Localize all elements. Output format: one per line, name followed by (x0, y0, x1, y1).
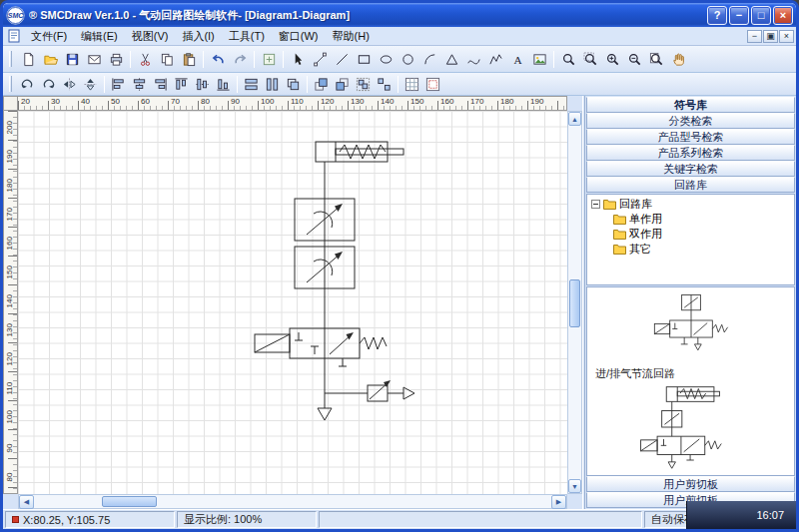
save-button[interactable] (61, 48, 83, 70)
sidebar-button-分类检索[interactable]: 分类检索 (586, 113, 795, 129)
mdi-close-button[interactable]: × (779, 30, 794, 43)
arc-button[interactable] (418, 48, 440, 70)
ruler-number: 130 (351, 97, 364, 106)
rect-button[interactable] (353, 48, 375, 70)
toolbar-grip[interactable] (9, 51, 12, 67)
mdi-restore-button[interactable]: ▣ (763, 30, 778, 43)
sidebar-button-回路库[interactable]: 回路库 (586, 177, 795, 193)
polyline-icon (488, 52, 503, 67)
scroll-up-arrow[interactable]: ▲ (568, 112, 581, 126)
menu-item-视图(V)[interactable]: 视图(V) (125, 27, 176, 46)
align-middle-button[interactable] (192, 74, 213, 94)
copy-button[interactable] (156, 48, 178, 70)
horizontal-scrollbar[interactable]: ◀ ▶ (18, 494, 567, 509)
return-spring (360, 337, 387, 349)
symbol-library-header[interactable]: 符号库 (586, 97, 795, 113)
new-button[interactable] (17, 48, 39, 70)
flip-h-button[interactable] (59, 74, 80, 94)
ungroup-button[interactable] (374, 74, 395, 94)
align-center-button[interactable] (129, 74, 150, 94)
zoom-button[interactable] (557, 48, 579, 70)
menu-item-文件(F)[interactable]: 文件(F) (24, 27, 74, 46)
zoom-in-button[interactable] (601, 48, 623, 70)
rotate-left-button[interactable] (17, 74, 38, 94)
cut-button[interactable] (134, 48, 156, 70)
scroll-down-arrow[interactable]: ▼ (568, 479, 581, 493)
mdi-minimize-button[interactable]: − (747, 30, 762, 43)
circuit-preview-2[interactable] (636, 383, 746, 475)
tree-item-双作用[interactable]: 双作用 (589, 227, 792, 242)
image-button[interactable] (528, 48, 550, 70)
pan-button[interactable] (667, 48, 689, 70)
node-button[interactable] (309, 48, 331, 70)
zoom-out-button[interactable] (623, 48, 645, 70)
circuit-diagram[interactable] (18, 111, 567, 494)
sidebar-button-关键字检索[interactable]: 关键字检索 (586, 161, 795, 177)
minimize-button[interactable]: − (729, 6, 749, 25)
grid-button[interactable] (401, 74, 422, 94)
tree-item-root[interactable]: 回路库 (589, 197, 792, 212)
horizontal-scroll-thumb[interactable] (102, 496, 157, 507)
paste-button[interactable] (178, 48, 200, 70)
drawing-canvas[interactable] (18, 111, 567, 494)
status-coordinates: X:80.25, Y:105.75 (5, 511, 175, 528)
circle-icon (400, 52, 415, 67)
zoom-page-button[interactable] (645, 48, 667, 70)
rotate-right-button[interactable] (38, 74, 59, 94)
circle-button[interactable] (397, 48, 418, 70)
group-button[interactable] (353, 74, 374, 94)
tree-collapse-icon[interactable] (591, 200, 600, 209)
image-icon (532, 52, 547, 67)
triangle-button[interactable] (440, 48, 462, 70)
mail-button[interactable] (83, 48, 105, 70)
fit-page-button[interactable] (422, 74, 443, 94)
menu-item-编辑(E)[interactable]: 编辑(E) (74, 27, 125, 46)
menu-item-窗口(W)[interactable]: 窗口(W) (272, 27, 326, 46)
circuit-preview-1[interactable] (636, 291, 746, 364)
ruler-number: 70 (171, 97, 180, 106)
scroll-right-arrow[interactable]: ▶ (551, 495, 566, 509)
ruler-number: 150 (410, 97, 423, 106)
align-bottom-button[interactable] (213, 74, 234, 94)
flip-v-button[interactable] (80, 74, 101, 94)
align-right-button[interactable] (150, 74, 171, 94)
object-button[interactable] (258, 48, 280, 70)
scroll-left-arrow[interactable]: ◀ (19, 495, 34, 509)
user-clipboard-button-0[interactable]: 用户剪切板 (586, 476, 795, 492)
close-button[interactable]: × (773, 6, 793, 25)
horizontal-ruler: 2030405060708090100110120130140150160170… (18, 96, 567, 111)
sidebar-button-产品型号检索[interactable]: 产品型号检索 (586, 129, 795, 145)
menu-item-帮助(H)[interactable]: 帮助(H) (326, 27, 377, 46)
ruler-corner (3, 96, 18, 111)
align-left-button[interactable] (108, 74, 129, 94)
maximize-button[interactable]: □ (751, 6, 771, 25)
open-button[interactable] (39, 48, 61, 70)
vertical-scroll-thumb[interactable] (569, 279, 580, 327)
vertical-scrollbar[interactable]: ▲ ▼ (567, 111, 582, 494)
tree-item-其它[interactable]: 其它 (589, 242, 792, 257)
bring-front-button[interactable] (311, 74, 332, 94)
undo-button[interactable] (207, 48, 229, 70)
circuit-library-tree: 回路库 单作用双作用其它 (586, 194, 795, 285)
sidebar-button-产品系列检索[interactable]: 产品系列检索 (586, 145, 795, 161)
ellipse-icon (379, 52, 394, 67)
line-button[interactable] (331, 48, 353, 70)
ellipse-button[interactable] (375, 48, 397, 70)
text-button[interactable]: A (506, 48, 528, 70)
send-back-button[interactable] (332, 74, 353, 94)
polyline-button[interactable] (484, 48, 506, 70)
toolbar-grip[interactable] (9, 76, 12, 92)
same-height-button[interactable] (262, 74, 283, 94)
print-button[interactable] (105, 48, 127, 70)
align-top-button[interactable] (171, 74, 192, 94)
same-width-button[interactable] (241, 74, 262, 94)
curve-button[interactable] (462, 48, 484, 70)
same-size-button[interactable] (283, 74, 304, 94)
select-button[interactable] (287, 48, 309, 70)
zoom-window-button[interactable] (579, 48, 601, 70)
redo-button[interactable] (229, 48, 251, 70)
help-button[interactable]: ? (707, 6, 727, 25)
menu-item-工具(T)[interactable]: 工具(T) (222, 27, 272, 46)
menu-item-插入(I)[interactable]: 插入(I) (175, 27, 221, 46)
tree-item-单作用[interactable]: 单作用 (589, 212, 792, 227)
